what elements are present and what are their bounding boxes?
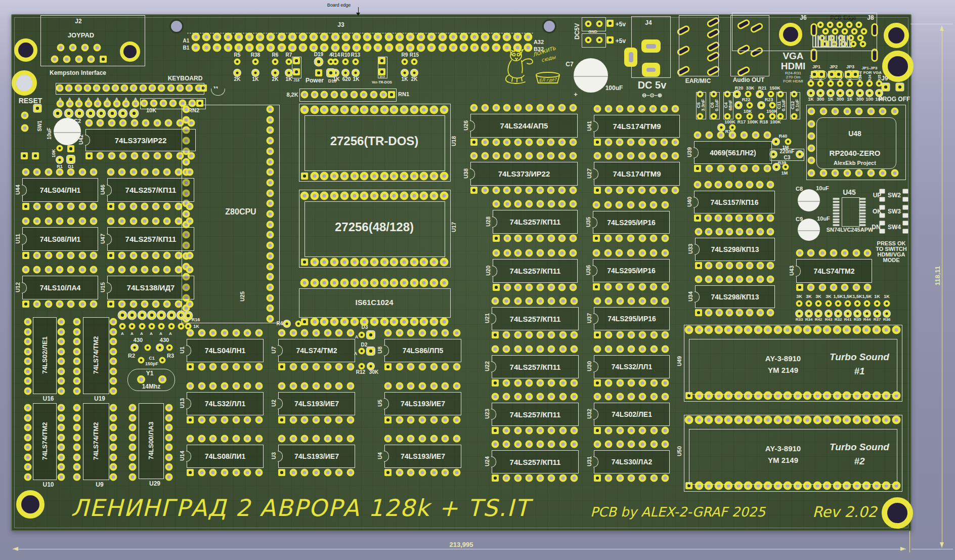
pad <box>639 331 646 339</box>
pad <box>410 172 418 181</box>
pad <box>526 249 533 257</box>
pad <box>58 367 65 375</box>
pad <box>163 266 171 274</box>
pad <box>107 252 114 259</box>
capacitor-body <box>798 219 820 241</box>
pcb-board[interactable]: J2JOYPADKempston InterfaceRESETKEYBOARDJ… <box>11 14 911 531</box>
pad <box>84 100 92 108</box>
switch-pad <box>880 213 885 218</box>
pad <box>209 435 217 443</box>
pad <box>819 169 827 177</box>
pad <box>628 331 635 339</box>
pad <box>695 262 702 269</box>
pad <box>380 172 388 181</box>
pad <box>867 169 875 177</box>
pad <box>390 172 399 181</box>
pad <box>817 22 824 28</box>
pad <box>56 218 64 225</box>
pad <box>267 305 274 312</box>
pad <box>130 84 138 92</box>
pad <box>859 219 866 221</box>
pad <box>818 249 826 257</box>
silk-text: 74LS74/ТМ2 <box>93 422 99 460</box>
pad <box>378 57 385 64</box>
pad <box>815 311 822 317</box>
pad <box>169 100 177 107</box>
pad <box>616 249 623 257</box>
pad <box>832 169 839 177</box>
pad <box>749 46 764 58</box>
silk-text: U13 <box>180 398 185 408</box>
pcb-viewport[interactable]: J2JOYPADKempston InterfaceRESETKEYBOARDJ… <box>0 0 955 560</box>
pad <box>301 91 309 99</box>
pad <box>715 214 722 222</box>
pad <box>267 263 274 270</box>
pad <box>777 91 784 98</box>
silk-text: 100K <box>770 120 781 124</box>
pad <box>729 165 736 173</box>
pad <box>571 331 578 339</box>
pad <box>492 152 500 160</box>
ic-label: 74LS32/ЛЛ1 <box>594 356 669 378</box>
pad <box>255 329 263 337</box>
pad <box>67 156 74 163</box>
silk-text: U44 <box>15 184 21 194</box>
pad <box>767 262 774 270</box>
pad <box>33 300 41 308</box>
pad <box>278 435 286 443</box>
silk-text: JP1 <box>812 65 820 69</box>
pad <box>244 329 251 337</box>
pad <box>374 33 382 41</box>
pad <box>832 108 839 115</box>
pad <box>407 435 415 443</box>
pad <box>350 106 359 114</box>
pad <box>110 463 117 471</box>
dc-jack-pad <box>624 48 637 67</box>
pad <box>706 51 720 63</box>
ic-u15: 74LS138/ИД7 <box>107 276 194 299</box>
pad <box>110 444 117 451</box>
pad <box>825 300 832 307</box>
ic-u32: 74LS02/ЛЕ1 <box>594 403 670 426</box>
silk-text: YM 2149 <box>768 366 798 374</box>
pad <box>51 56 59 63</box>
pad <box>548 331 555 339</box>
pad <box>697 91 704 98</box>
pad <box>513 33 522 41</box>
pad <box>570 200 577 208</box>
pad <box>313 435 320 443</box>
silk-text: 0.1uF <box>795 99 800 111</box>
pad <box>492 379 499 386</box>
pad <box>662 427 669 435</box>
pad <box>745 91 752 98</box>
pad <box>628 393 635 401</box>
pad <box>525 187 533 194</box>
pad <box>58 473 65 481</box>
pad <box>827 22 834 28</box>
silk-text: 74LS02/ЛЕ1 <box>41 336 48 374</box>
pad <box>335 382 343 390</box>
pad <box>420 258 428 267</box>
pad <box>407 363 415 371</box>
pad <box>198 329 205 337</box>
ic-label: 74LS193/ИЕ7 <box>385 445 461 467</box>
pad <box>110 367 117 375</box>
pad <box>129 203 137 210</box>
pad <box>360 172 369 181</box>
pad <box>165 119 172 127</box>
pad <box>714 482 723 490</box>
silk-text: U15 <box>100 282 106 292</box>
pad <box>141 252 148 260</box>
pad <box>313 416 320 424</box>
silk-text: U14 <box>180 451 185 461</box>
silk-text: U34 <box>688 291 693 301</box>
pad <box>756 181 764 189</box>
silk-text: U39 <box>687 147 692 157</box>
pad <box>110 414 117 421</box>
pad <box>705 416 713 424</box>
pad <box>90 168 98 176</box>
pad <box>419 435 426 443</box>
pad <box>662 475 669 482</box>
pad <box>430 363 438 371</box>
pad <box>301 173 308 180</box>
